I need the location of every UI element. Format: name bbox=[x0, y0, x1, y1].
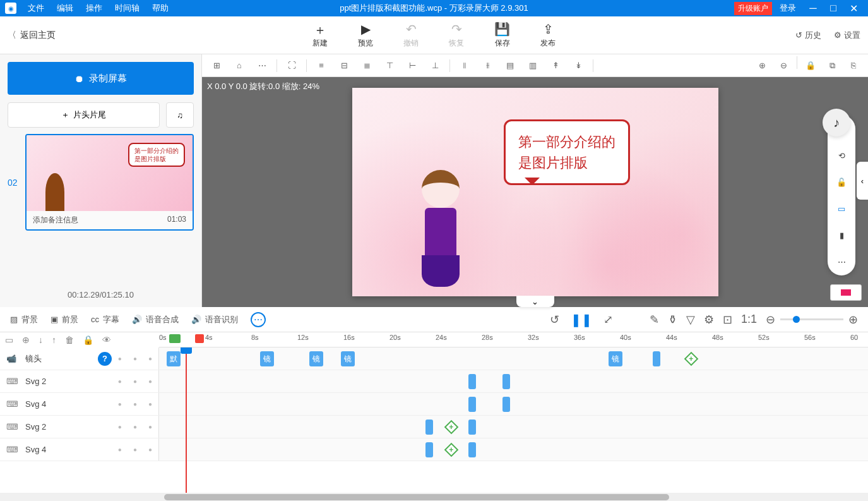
fit-icon[interactable]: ⊡ bbox=[723, 313, 732, 327]
track-up-icon[interactable]: ↑ bbox=[52, 335, 56, 345]
horizontal-scrollbar[interactable] bbox=[0, 493, 868, 501]
align-right-icon[interactable]: ≣ bbox=[356, 56, 378, 75]
layer-back-icon[interactable]: ▥ bbox=[522, 56, 544, 75]
align-center-v-icon[interactable]: ⊢ bbox=[401, 56, 423, 75]
zoom-out-timeline-icon[interactable]: ⊖ bbox=[766, 313, 775, 327]
maximize-button[interactable]: □ bbox=[824, 0, 843, 16]
zoom-slider[interactable] bbox=[780, 318, 843, 320]
marker-end[interactable] bbox=[195, 334, 204, 343]
distribute-v-icon[interactable]: ⫵ bbox=[477, 56, 498, 75]
timeline-clip[interactable] bbox=[502, 374, 510, 389]
align-left-icon[interactable]: ≡ bbox=[311, 56, 332, 75]
scene-thumbnail[interactable]: 02 第一部分介绍的 是图片排版 添加备注信息 01:03 bbox=[8, 134, 194, 231]
edit-icon[interactable]: ✎ bbox=[650, 313, 659, 327]
paste-icon[interactable]: ⎘ bbox=[843, 56, 864, 75]
track-body[interactable] bbox=[159, 438, 868, 461]
music-fab[interactable]: ♪ bbox=[823, 109, 850, 136]
playhead[interactable] bbox=[186, 347, 187, 493]
track-keyframe-dots[interactable]: ●●● bbox=[118, 401, 152, 407]
back-home-button[interactable]: 〈 返回主页 bbox=[8, 30, 56, 41]
funnel-icon[interactable]: ▽ bbox=[686, 313, 695, 327]
track-keyframe-dots[interactable]: ●●● bbox=[118, 378, 152, 385]
toolbar-新建[interactable]: ＋新建 bbox=[297, 21, 343, 49]
ratio-icon[interactable]: 1:1 bbox=[741, 313, 757, 326]
timeline-tab-前景[interactable]: ▣前景 bbox=[51, 314, 78, 325]
track-lock-icon[interactable]: 🔒 bbox=[83, 335, 93, 345]
zoom-out-icon[interactable]: ⊖ bbox=[773, 56, 794, 75]
focus-icon[interactable]: ⛶ bbox=[281, 56, 302, 75]
stage[interactable]: 第一部分介绍的 是图片排版 bbox=[352, 88, 718, 296]
timeline-tab-语音合成[interactable]: 🔊语音合成 bbox=[132, 314, 179, 325]
track-delete-icon[interactable]: 🗑 bbox=[65, 335, 74, 345]
zoom-in-timeline-icon[interactable]: ⊕ bbox=[848, 313, 858, 327]
timeline-tab-语音识别[interactable]: 🔊语音识别 bbox=[191, 314, 238, 325]
timeline-clip[interactable]: 镜 bbox=[309, 351, 323, 366]
track-down-icon[interactable]: ↓ bbox=[39, 335, 43, 345]
timeline-clip[interactable] bbox=[502, 397, 510, 412]
toolbar-恢复[interactable]: ↷恢复 bbox=[434, 21, 479, 49]
login-button[interactable]: 登录 bbox=[773, 3, 802, 14]
timeline-clip[interactable]: 镜 bbox=[341, 351, 355, 366]
align-bottom-icon[interactable]: ⊥ bbox=[424, 56, 446, 75]
close-button[interactable]: ✕ bbox=[844, 0, 863, 16]
monitor-icon[interactable]: ▭ bbox=[834, 201, 849, 216]
track-body[interactable] bbox=[159, 370, 868, 392]
menu-action[interactable]: 操作 bbox=[80, 3, 109, 14]
filter-icon[interactable]: ⚱ bbox=[668, 313, 677, 327]
timeline-clip[interactable] bbox=[468, 442, 476, 457]
toolbar-保存[interactable]: 💾保存 bbox=[479, 21, 525, 49]
settings2-icon[interactable]: ⚙ bbox=[704, 313, 714, 327]
track-help-icon[interactable]: ? bbox=[98, 352, 112, 366]
timeline-clip[interactable] bbox=[468, 374, 476, 389]
marker-start[interactable] bbox=[169, 334, 181, 343]
home-icon[interactable]: ⌂ bbox=[229, 56, 250, 75]
history-button[interactable]: ↺ 历史 bbox=[795, 30, 821, 41]
timeline-tab-字幕[interactable]: cc字幕 bbox=[91, 314, 119, 325]
expand-down-button[interactable]: ⌄ bbox=[516, 296, 554, 307]
timeline-clip[interactable]: 镜 bbox=[609, 351, 622, 366]
rewind-icon[interactable]: ↺ bbox=[550, 313, 559, 327]
ruler-icon[interactable]: ⊞ bbox=[206, 56, 227, 75]
distribute-h-icon[interactable]: ⫴ bbox=[454, 56, 475, 75]
track-body[interactable]: 默镜镜镜镜 bbox=[159, 347, 868, 370]
track-add-icon[interactable]: ⊕ bbox=[22, 335, 30, 345]
timeline-clip[interactable] bbox=[468, 397, 476, 412]
corner-widget[interactable] bbox=[830, 284, 862, 301]
keyframe-diamond[interactable] bbox=[444, 443, 459, 457]
track-keyframe-dots[interactable]: ●●● bbox=[118, 423, 152, 430]
more-icon[interactable]: ⋯ bbox=[251, 56, 273, 75]
timeline-more-button[interactable]: ⋯ bbox=[251, 312, 266, 327]
align-center-h-icon[interactable]: ⊟ bbox=[333, 56, 355, 75]
unlock-icon[interactable]: 🔓 bbox=[834, 174, 849, 190]
track-keyframe-dots[interactable]: ●●● bbox=[118, 446, 152, 453]
settings-button[interactable]: ⚙ 设置 bbox=[834, 30, 860, 41]
copy-icon[interactable]: ⧉ bbox=[821, 56, 843, 75]
keyframe-diamond[interactable] bbox=[684, 352, 699, 366]
timeline-tab-背景[interactable]: ▨背景 bbox=[10, 314, 38, 325]
toolbar-预览[interactable]: ▶预览 bbox=[343, 21, 388, 49]
timeline-ruler[interactable]: ▭ ⊕ ↓ ↑ 🗑 🔒 👁 0s4s8s12s16s20s24s28s32s36… bbox=[0, 332, 868, 347]
expand-right-tab[interactable]: ‹ bbox=[857, 162, 868, 200]
track-keyframe-dots[interactable]: ●●● bbox=[118, 355, 152, 362]
timeline-clip[interactable] bbox=[653, 351, 660, 366]
lock-icon[interactable]: 🔒 bbox=[800, 56, 821, 75]
track-visible-icon[interactable]: 👁 bbox=[102, 335, 111, 345]
layer-forward-icon[interactable]: ↟ bbox=[545, 56, 566, 75]
track-body[interactable] bbox=[159, 393, 868, 415]
timeline-clip[interactable] bbox=[425, 420, 433, 435]
menu-help[interactable]: 帮助 bbox=[146, 3, 175, 14]
more-dots-icon[interactable]: ⋯ bbox=[834, 254, 849, 269]
layer-front-icon[interactable]: ▤ bbox=[499, 56, 521, 75]
track-camera-icon[interactable]: ▭ bbox=[5, 335, 13, 345]
keyframe-diamond[interactable] bbox=[444, 420, 459, 435]
timeline-clip[interactable] bbox=[468, 420, 476, 435]
toolbar-发布[interactable]: ⇪发布 bbox=[525, 21, 571, 49]
zoom-in-icon[interactable]: ⊕ bbox=[751, 56, 773, 75]
layer-backward-icon[interactable]: ↡ bbox=[568, 56, 589, 75]
rotate-icon[interactable]: ⟲ bbox=[834, 148, 849, 163]
timeline-clip[interactable]: 镜 bbox=[260, 351, 274, 366]
menu-edit[interactable]: 编辑 bbox=[51, 3, 80, 14]
menu-file[interactable]: 文件 bbox=[21, 3, 51, 14]
intro-outro-button[interactable]: ＋ 片头片尾 bbox=[8, 102, 160, 128]
minimize-button[interactable]: ─ bbox=[804, 0, 823, 16]
